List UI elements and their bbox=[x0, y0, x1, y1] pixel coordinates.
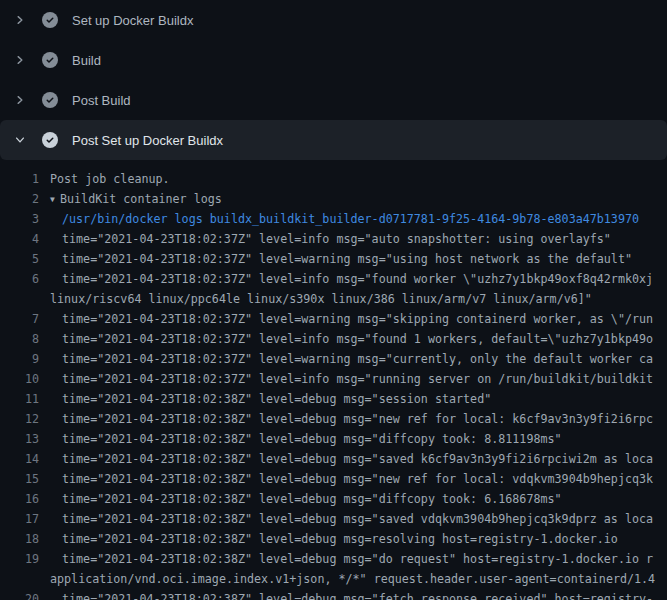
log-line-number[interactable]: 5 bbox=[0, 249, 44, 269]
log-row: 19 time="2021-04-23T18:02:38Z" level=deb… bbox=[0, 549, 667, 569]
log-line-number[interactable]: 15 bbox=[0, 469, 44, 489]
log-line-number[interactable]: 8 bbox=[0, 329, 44, 349]
log-line-number[interactable]: 13 bbox=[0, 429, 44, 449]
log-line-number[interactable]: 1 bbox=[0, 169, 44, 189]
log-row: 10 time="2021-04-23T18:02:37Z" level=inf… bbox=[0, 369, 667, 389]
log-row: 13 time="2021-04-23T18:02:38Z" level=deb… bbox=[0, 429, 667, 449]
log-row: 18 time="2021-04-23T18:02:38Z" level=deb… bbox=[0, 529, 667, 549]
log-line-number[interactable]: 2 bbox=[0, 189, 44, 209]
log-row: 12 time="2021-04-23T18:02:38Z" level=deb… bbox=[0, 409, 667, 429]
check-circle-icon bbox=[42, 52, 58, 68]
log-line-text: time="2021-04-23T18:02:37Z" level=info m… bbox=[62, 369, 653, 389]
check-circle-icon bbox=[42, 92, 58, 108]
chevron-right-icon[interactable] bbox=[12, 92, 28, 108]
step-label: Post Build bbox=[72, 93, 131, 108]
log-line-number[interactable]: 18 bbox=[0, 529, 44, 549]
log-row: linux/riscv64 linux/ppc64le linux/s390x … bbox=[0, 289, 667, 309]
log-row: 15 time="2021-04-23T18:02:38Z" level=deb… bbox=[0, 469, 667, 489]
log-line-text: application/vnd.oci.image.index.v1+json,… bbox=[50, 569, 655, 589]
log-row: 4 time="2021-04-23T18:02:37Z" level=info… bbox=[0, 229, 667, 249]
chevron-right-icon[interactable] bbox=[12, 52, 28, 68]
log-line-number[interactable]: 20 bbox=[0, 589, 44, 600]
log-row: 1 Post job cleanup. bbox=[0, 169, 667, 189]
log-line-text: time="2021-04-23T18:02:38Z" level=debug … bbox=[62, 509, 653, 529]
log-line-text: time="2021-04-23T18:02:37Z" level=warnin… bbox=[62, 349, 653, 369]
step-label: Set up Docker Buildx bbox=[72, 13, 193, 28]
log-line-text: time="2021-04-23T18:02:38Z" level=debug … bbox=[62, 449, 653, 469]
log-row: 8 time="2021-04-23T18:02:37Z" level=info… bbox=[0, 329, 667, 349]
log-line-text: time="2021-04-23T18:02:38Z" level=debug … bbox=[62, 549, 653, 569]
log-line-text: time="2021-04-23T18:02:38Z" level=debug … bbox=[62, 489, 562, 509]
log-viewer: 1 Post job cleanup. 2 ▼BuildKit containe… bbox=[0, 160, 667, 600]
log-line-text: time="2021-04-23T18:02:38Z" level=debug … bbox=[62, 429, 562, 449]
log-line-number[interactable]: 17 bbox=[0, 509, 44, 529]
log-line-text: time="2021-04-23T18:02:37Z" level=info m… bbox=[62, 229, 611, 249]
log-line-number bbox=[0, 569, 44, 589]
log-row: 9 time="2021-04-23T18:02:37Z" level=warn… bbox=[0, 349, 667, 369]
steps-list: Set up Docker Buildx Build Post Build Po… bbox=[0, 0, 667, 160]
log-row: 5 time="2021-04-23T18:02:37Z" level=warn… bbox=[0, 249, 667, 269]
caret-down-icon[interactable]: ▼ bbox=[50, 190, 60, 209]
log-line-text: /usr/bin/docker logs buildx_buildkit_bui… bbox=[62, 209, 639, 229]
log-line-text: time="2021-04-23T18:02:38Z" level=debug … bbox=[62, 389, 491, 409]
log-line-number[interactable]: 10 bbox=[0, 369, 44, 389]
log-line-number bbox=[0, 289, 44, 309]
log-line-number[interactable]: 7 bbox=[0, 309, 44, 329]
log-line-number[interactable]: 9 bbox=[0, 349, 44, 369]
log-line-number[interactable]: 11 bbox=[0, 389, 44, 409]
log-line-number[interactable]: 3 bbox=[0, 209, 44, 229]
log-row: 7 time="2021-04-23T18:02:37Z" level=warn… bbox=[0, 309, 667, 329]
log-line-number[interactable]: 12 bbox=[0, 409, 44, 429]
log-row: 2 ▼BuildKit container logs bbox=[0, 189, 667, 209]
log-line-number[interactable]: 4 bbox=[0, 229, 44, 249]
log-line-text: time="2021-04-23T18:02:37Z" level=info m… bbox=[62, 329, 653, 349]
log-row: 11 time="2021-04-23T18:02:38Z" level=deb… bbox=[0, 389, 667, 409]
log-row: 14 time="2021-04-23T18:02:38Z" level=deb… bbox=[0, 449, 667, 469]
log-row: 17 time="2021-04-23T18:02:38Z" level=deb… bbox=[0, 509, 667, 529]
check-circle-icon bbox=[42, 132, 58, 148]
log-row: 20 time="2021-04-23T18:02:38Z" level=deb… bbox=[0, 589, 667, 600]
step-row-setup-docker-buildx[interactable]: Set up Docker Buildx bbox=[0, 0, 667, 40]
log-line-text: time="2021-04-23T18:02:37Z" level=warnin… bbox=[62, 309, 653, 329]
step-row-post-build[interactable]: Post Build bbox=[0, 80, 667, 120]
log-line-number[interactable]: 6 bbox=[0, 269, 44, 289]
chevron-down-icon[interactable] bbox=[12, 132, 28, 148]
step-label: Post Set up Docker Buildx bbox=[72, 133, 223, 148]
log-row: 3 /usr/bin/docker logs buildx_buildkit_b… bbox=[0, 209, 667, 229]
log-line-text: time="2021-04-23T18:02:37Z" level=info m… bbox=[62, 269, 653, 289]
log-line-number[interactable]: 19 bbox=[0, 549, 44, 569]
log-row: 6 time="2021-04-23T18:02:37Z" level=info… bbox=[0, 269, 667, 289]
log-line-number[interactable]: 16 bbox=[0, 489, 44, 509]
log-line-text: time="2021-04-23T18:02:38Z" level=debug … bbox=[62, 409, 653, 429]
log-line-text: linux/riscv64 linux/ppc64le linux/s390x … bbox=[50, 289, 592, 309]
log-group-toggle[interactable]: ▼BuildKit container logs bbox=[50, 189, 222, 209]
log-line-text: time="2021-04-23T18:02:38Z" level=debug … bbox=[62, 529, 618, 549]
step-label: Build bbox=[72, 53, 101, 68]
log-line-text: Post job cleanup. bbox=[50, 169, 170, 189]
step-row-post-setup-docker-buildx[interactable]: Post Set up Docker Buildx bbox=[0, 120, 667, 160]
check-circle-icon bbox=[42, 12, 58, 28]
log-line-text: time="2021-04-23T18:02:38Z" level=debug … bbox=[62, 589, 653, 600]
log-line-text: time="2021-04-23T18:02:37Z" level=warnin… bbox=[62, 249, 632, 269]
log-row: application/vnd.oci.image.index.v1+json,… bbox=[0, 569, 667, 589]
log-line-text: time="2021-04-23T18:02:38Z" level=debug … bbox=[62, 469, 653, 489]
chevron-right-icon[interactable] bbox=[12, 12, 28, 28]
step-row-build[interactable]: Build bbox=[0, 40, 667, 80]
log-line-number[interactable]: 14 bbox=[0, 449, 44, 469]
log-row: 16 time="2021-04-23T18:02:38Z" level=deb… bbox=[0, 489, 667, 509]
